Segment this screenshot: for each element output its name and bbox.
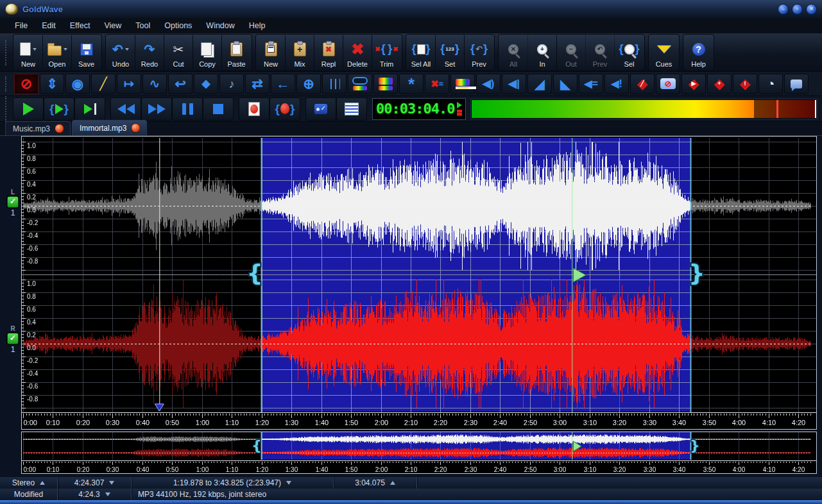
repl-button[interactable]: ✖Repl bbox=[314, 35, 343, 70]
channel-mode-up-arrow[interactable] bbox=[40, 481, 45, 485]
cut-button[interactable]: ✂Cut bbox=[164, 35, 193, 70]
filter-icon[interactable] bbox=[348, 74, 372, 94]
set-button[interactable]: {123}Set bbox=[436, 35, 465, 70]
close-icon[interactable] bbox=[806, 4, 817, 15]
mix-button[interactable]: +Mix bbox=[286, 35, 314, 70]
pan-icon[interactable]: ⊕ bbox=[296, 74, 321, 94]
length-down-arrow[interactable] bbox=[109, 481, 114, 485]
set-selection-icon: {123} bbox=[440, 40, 459, 59]
play-all-button[interactable] bbox=[74, 97, 105, 121]
paste-button[interactable]: Paste bbox=[222, 35, 251, 70]
cues-button[interactable]: Cues bbox=[649, 35, 678, 70]
button-label: Sel All bbox=[411, 60, 431, 68]
censor-icon[interactable]: ⊘ bbox=[656, 74, 680, 94]
rewind-button[interactable] bbox=[110, 97, 141, 121]
play-button[interactable] bbox=[13, 97, 44, 121]
effect-info-icon[interactable]: ◆! bbox=[733, 74, 757, 94]
pause-button[interactable] bbox=[172, 97, 203, 121]
pitch-icon[interactable]: ♪ bbox=[219, 74, 244, 94]
tab-close-icon[interactable] bbox=[131, 123, 141, 133]
monitor-button[interactable] bbox=[305, 97, 336, 121]
comment-icon[interactable] bbox=[784, 74, 809, 94]
record-selection-button[interactable]: {} bbox=[270, 97, 300, 121]
noise-reduction-icon[interactable]: ✖≈ bbox=[425, 74, 449, 94]
tab-immortal-mp3[interactable]: Immortal.mp3 bbox=[72, 120, 147, 135]
trim-button[interactable]: ✖{ }✖Trim bbox=[372, 35, 401, 70]
status-bar-top: Stereo 4:24.307 1:19.878 to 3:43.825 (2:… bbox=[0, 477, 822, 489]
dropdown-arrow-icon[interactable] bbox=[125, 48, 129, 51]
equalizer-icon[interactable] bbox=[322, 74, 347, 94]
spectrum-icon[interactable] bbox=[373, 74, 398, 94]
overview-canvas[interactable] bbox=[22, 432, 816, 473]
redo-icon: ↷ bbox=[144, 40, 155, 59]
volume-match-icon[interactable]: ◀= bbox=[579, 74, 603, 94]
open-button[interactable]: Open bbox=[43, 35, 72, 70]
menu-item-edit[interactable]: Edit bbox=[35, 19, 63, 32]
disable-icon[interactable]: ⊘ bbox=[14, 74, 39, 94]
reverse-icon[interactable]: ↩ bbox=[168, 74, 193, 94]
menu-item-help[interactable]: Help bbox=[242, 19, 273, 32]
prev-button[interactable]: {↶}Prev bbox=[465, 35, 493, 70]
volume-max-icon[interactable]: ◀! bbox=[604, 74, 629, 94]
sel-button[interactable]: {}Sel bbox=[615, 35, 644, 70]
sel-all-button[interactable]: {}Sel All bbox=[407, 35, 436, 70]
toolbar-grip bbox=[5, 96, 9, 122]
help-icon: ? bbox=[692, 40, 705, 59]
dropdown-arrow-icon[interactable] bbox=[33, 48, 37, 51]
spectrum-filter-icon[interactable] bbox=[450, 74, 475, 94]
play-selection-button[interactable]: {} bbox=[44, 97, 74, 121]
toolbar-group-cues: Cues bbox=[648, 34, 680, 71]
expression-icon[interactable]: ◆▶ bbox=[681, 74, 706, 94]
flange-icon[interactable]: ◆ bbox=[194, 74, 218, 94]
button-label: New bbox=[264, 60, 278, 68]
stop-button[interactable] bbox=[203, 97, 234, 121]
redo-button[interactable]: ↷Redo bbox=[135, 35, 164, 70]
copy-button[interactable]: Copy bbox=[193, 35, 222, 70]
menu-item-window[interactable]: Window bbox=[199, 19, 241, 32]
tab-close-icon[interactable] bbox=[55, 124, 64, 133]
waveform-canvas[interactable] bbox=[22, 137, 816, 429]
menu-item-view[interactable]: View bbox=[97, 19, 128, 32]
document-tabs: Music.mp3Immortal.mp3 bbox=[0, 122, 822, 136]
volume-fader-icon[interactable]: ◀| bbox=[502, 74, 526, 94]
new-file-icon bbox=[20, 40, 37, 59]
menu-item-tool[interactable]: Tool bbox=[128, 19, 157, 32]
undo-button[interactable]: ↶Undo bbox=[107, 35, 135, 70]
menu-item-file[interactable]: File bbox=[8, 19, 35, 32]
fast-forward-button[interactable] bbox=[141, 97, 172, 121]
menu-item-effect[interactable]: Effect bbox=[63, 19, 98, 32]
channel-checkbox-icon[interactable] bbox=[7, 196, 19, 208]
timer-icon[interactable]: ◔ bbox=[758, 74, 783, 94]
record-button[interactable] bbox=[239, 97, 270, 121]
shape-editor-icon[interactable]: ╱ bbox=[91, 74, 116, 94]
selection-down-arrow[interactable] bbox=[286, 481, 291, 485]
tab-music-mp3[interactable]: Music.mp3 bbox=[5, 121, 71, 135]
new-button[interactable]: New bbox=[14, 35, 43, 70]
volume-updown-icon[interactable]: ⇕ bbox=[40, 74, 64, 94]
control-properties-button[interactable] bbox=[336, 97, 367, 121]
position-up-arrow[interactable] bbox=[390, 481, 395, 485]
effect-insert-icon[interactable]: ◆+ bbox=[707, 74, 732, 94]
in-button[interactable]: +In bbox=[528, 35, 557, 70]
pan-left-icon[interactable]: ← bbox=[271, 74, 295, 94]
speaker-icon[interactable]: ◀) bbox=[476, 74, 501, 94]
interpolate-icon[interactable]: * bbox=[399, 74, 424, 94]
save-button[interactable]: Save bbox=[72, 35, 101, 70]
dropdown-arrow-icon[interactable] bbox=[64, 48, 67, 51]
channel-checkbox-icon[interactable] bbox=[7, 333, 19, 344]
new-button[interactable]: New bbox=[257, 35, 286, 70]
help-button[interactable]: ?Help bbox=[684, 35, 713, 70]
mechanize-icon[interactable]: ∿ bbox=[142, 74, 167, 94]
menu-item-options[interactable]: Options bbox=[157, 19, 199, 32]
fade-in-icon[interactable]: ◢ bbox=[527, 74, 552, 94]
offset-icon[interactable]: ↦ bbox=[117, 74, 141, 94]
doppler-icon[interactable]: ◉ bbox=[65, 74, 90, 94]
length-short-down-arrow[interactable] bbox=[105, 492, 110, 496]
mix-icon: + bbox=[294, 40, 306, 59]
shape-red-icon[interactable]: ◆╱ bbox=[630, 74, 655, 94]
fade-out-icon[interactable]: ◣ bbox=[553, 74, 578, 94]
maximize-icon[interactable] bbox=[792, 4, 803, 15]
delete-button[interactable]: ✖Delete bbox=[343, 35, 372, 70]
minimize-icon[interactable] bbox=[778, 4, 789, 15]
exchange-channels-icon[interactable]: ⇄ bbox=[245, 74, 270, 94]
